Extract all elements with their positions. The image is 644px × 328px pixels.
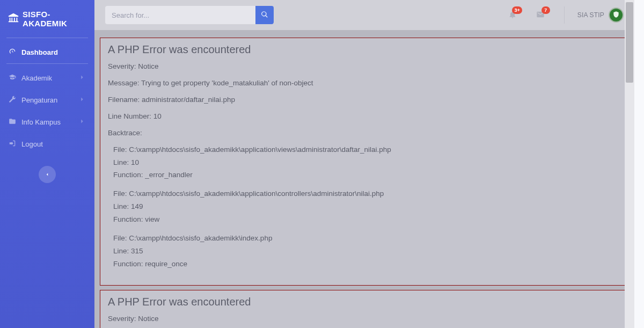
divider bbox=[6, 38, 88, 38]
error-filename: Filename: administrator/daftar_nilai.php bbox=[108, 94, 621, 106]
user-name: SIA STIP bbox=[577, 11, 604, 19]
search-button[interactable] bbox=[255, 6, 274, 24]
backtrace-entry: File: C:\xampp\htdocs\sisfo_akademikk\ap… bbox=[108, 144, 621, 181]
sidebar: SISFO-AKADEMIK Dashboard Akademik Pengat… bbox=[0, 0, 94, 328]
messages-badge: 7 bbox=[541, 6, 550, 14]
sidebar-item-akademik[interactable]: Akademik bbox=[0, 67, 94, 89]
error-line: Line Number: 10 bbox=[108, 111, 621, 122]
sidebar-item-label: Logout bbox=[21, 140, 43, 148]
php-error-box: A PHP Error was encountered Severity: No… bbox=[100, 38, 629, 286]
brand[interactable]: SISFO-AKADEMIK bbox=[0, 5, 94, 38]
tachometer-icon bbox=[9, 48, 16, 57]
sidebar-item-label: Info Kampus bbox=[21, 118, 61, 126]
scrollbar-thumb[interactable] bbox=[626, 2, 633, 83]
chevron-right-icon bbox=[78, 96, 86, 105]
wrench-icon bbox=[9, 96, 16, 105]
divider bbox=[564, 6, 565, 24]
error-title: A PHP Error was encountered bbox=[108, 296, 621, 308]
chevron-left-icon bbox=[45, 170, 50, 179]
search-input[interactable] bbox=[105, 6, 255, 24]
topbar: 3+ 7 SIA STIP bbox=[94, 0, 634, 30]
chevron-right-icon bbox=[78, 118, 86, 127]
content[interactable]: A PHP Error was encountered Severity: No… bbox=[94, 30, 634, 328]
logout-icon bbox=[9, 140, 16, 149]
trace-file: File: C:\xampp\htdocs\sisfo_akademikk\ap… bbox=[113, 144, 621, 156]
brand-title: SISFO-AKADEMIK bbox=[23, 10, 87, 28]
notifications-button[interactable]: 3+ bbox=[505, 8, 520, 23]
backtrace-entry: File: C:\xampp\htdocs\sisfo_akademikk\ap… bbox=[108, 188, 621, 225]
trace-func: Function: _error_handler bbox=[113, 170, 621, 181]
sidebar-item-label: Akademik bbox=[21, 74, 52, 82]
error-title: A PHP Error was encountered bbox=[108, 43, 621, 56]
trace-file: File: C:\xampp\htdocs\sisfo_akademikk\ap… bbox=[113, 188, 621, 200]
trace-func: Function: view bbox=[113, 214, 621, 225]
trace-line: Line: 315 bbox=[113, 246, 621, 257]
sidebar-item-pengaturan[interactable]: Pengaturan bbox=[0, 89, 94, 111]
error-severity: Severity: Notice bbox=[108, 61, 621, 72]
main: 3+ 7 SIA STIP A PHP Error was encountere… bbox=[94, 0, 634, 328]
folder-icon bbox=[9, 118, 16, 127]
backtrace-entry: File: C:\xampp\htdocs\sisfo_akademikk\in… bbox=[108, 233, 621, 270]
search-icon bbox=[261, 11, 268, 20]
chevron-right-icon bbox=[78, 74, 86, 83]
notifications-badge: 3+ bbox=[512, 6, 522, 14]
error-severity: Severity: Notice bbox=[108, 314, 621, 325]
user-menu[interactable]: SIA STIP bbox=[577, 8, 624, 23]
bank-icon bbox=[8, 12, 19, 26]
shield-icon bbox=[612, 11, 620, 20]
error-message: Message: Trying to get property 'kode_ma… bbox=[108, 78, 621, 89]
trace-line: Line: 149 bbox=[113, 201, 621, 213]
graduation-icon bbox=[9, 74, 16, 83]
sidebar-item-label: Dashboard bbox=[21, 48, 58, 56]
php-error-box: A PHP Error was encountered Severity: No… bbox=[100, 290, 629, 328]
vertical-scrollbar[interactable] bbox=[625, 0, 634, 328]
trace-file: File: C:\xampp\htdocs\sisfo_akademikk\in… bbox=[113, 233, 621, 244]
trace-line: Line: 10 bbox=[113, 157, 621, 169]
trace-func: Function: require_once bbox=[113, 259, 621, 270]
search-form bbox=[105, 6, 274, 24]
sidebar-item-dashboard[interactable]: Dashboard bbox=[0, 41, 94, 63]
messages-button[interactable]: 7 bbox=[533, 8, 548, 23]
sidebar-collapse-button[interactable] bbox=[39, 166, 56, 183]
sidebar-item-label: Pengaturan bbox=[21, 96, 57, 104]
sidebar-item-logout[interactable]: Logout bbox=[0, 133, 94, 155]
avatar bbox=[609, 8, 624, 23]
sidebar-item-info-kampus[interactable]: Info Kampus bbox=[0, 111, 94, 133]
divider bbox=[6, 63, 88, 64]
error-backtrace-label: Backtrace: bbox=[108, 128, 621, 139]
